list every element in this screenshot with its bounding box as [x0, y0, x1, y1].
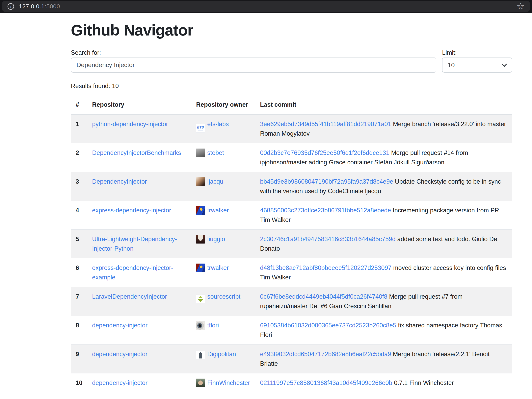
- owner-link[interactable]: trwalker: [207, 264, 229, 271]
- commit-cell: 468856003c273dffce23b86791fbbe512a8ebede…: [255, 201, 512, 229]
- commit-message: 0.7.1 Finn Winchester: [394, 379, 454, 386]
- page: Github Navigator Search for: Limit: 10 R…: [0, 21, 532, 393]
- commit-hash-link[interactable]: 3ee629eb5d7349d55f41b119aff81dd219071a01: [260, 121, 391, 128]
- row-number: 6: [71, 258, 87, 287]
- commit-cell: bb45d9e3b98608047190bf72a95fa9a37d8c4e9e…: [255, 172, 512, 201]
- search-label: Search for:: [71, 48, 436, 57]
- info-icon[interactable]: i: [7, 3, 14, 10]
- limit-label: Limit:: [442, 48, 512, 57]
- owner-avatar: [196, 235, 205, 244]
- row-number: 2: [71, 143, 87, 172]
- repo-link[interactable]: express-dependency-injector: [92, 207, 171, 214]
- owner-cell: trwalker: [191, 258, 255, 287]
- table-row: 7 LaravelDependencyInjector sourcescript…: [71, 287, 512, 316]
- owner-link[interactable]: ljacqu: [207, 178, 223, 185]
- repo-cell: dependency-injector: [87, 316, 191, 344]
- owner-link[interactable]: tflori: [207, 322, 219, 329]
- url-text: 127.0.0.1:5000: [19, 3, 60, 10]
- commit-hash-link[interactable]: 0c67f6be8eddcd4449eb4044f5df0ca26f4740f8: [260, 293, 387, 300]
- address-bar[interactable]: i 127.0.0.1:5000 ☆: [2, 0, 530, 12]
- commit-hash-link[interactable]: e493f9032dfcd65047172b682e8b6eaf22c5bda9: [260, 351, 391, 357]
- commit-hash-link[interactable]: 2c30746c1a91b4947583416c833b1644a85c759d: [260, 236, 396, 243]
- row-number: 5: [71, 229, 87, 258]
- commit-hash-link[interactable]: 00d2b3c7e76935d76f25ee50f6d1f2ef6ddce131: [260, 149, 389, 156]
- repo-cell: python-dependency-injector: [87, 114, 191, 143]
- table-row: 9 dependency-injector Digipolitan e493f9…: [71, 344, 512, 373]
- url-port: :5000: [45, 3, 60, 10]
- owner-cell: Digipolitan: [191, 344, 255, 373]
- col-header-number: #: [71, 95, 87, 114]
- commit-hash-link[interactable]: 468856003c273dffce23b86791fbbe512a8ebede: [260, 207, 391, 214]
- owner-cell: liuggio: [191, 229, 255, 258]
- search-form: Search for: Limit: 10: [71, 48, 512, 73]
- repo-link[interactable]: dependency-injector: [92, 351, 147, 357]
- url-host: 127.0.0.1: [19, 3, 45, 10]
- table-row: 5 Ultra-Lightweight-Dependency-Injector-…: [71, 229, 512, 258]
- table-row: 1 python-dependency-injector ETSets-labs…: [71, 114, 512, 143]
- repo-link[interactable]: python-dependency-injector: [92, 121, 168, 128]
- owner-cell: ETSets-labs: [191, 114, 255, 143]
- page-title: Github Navigator: [71, 21, 512, 40]
- row-number: 4: [71, 201, 87, 229]
- repo-cell: DependencyInjectorBenchmarks: [87, 143, 191, 172]
- owner-cell: FinnWinchester: [191, 373, 255, 393]
- star-icon[interactable]: ☆: [517, 2, 525, 11]
- owner-avatar: [196, 321, 205, 330]
- owner-avatar: ETS: [196, 124, 205, 132]
- repo-link[interactable]: LaravelDependencyInjector: [92, 293, 167, 300]
- owner-link[interactable]: stebet: [207, 149, 224, 156]
- owner-link[interactable]: trwalker: [207, 207, 229, 214]
- table-row: 3 DependencyInjector ljacqu bb45d9e3b986…: [71, 172, 512, 201]
- repo-cell: dependency-injector: [87, 373, 191, 393]
- owner-avatar: [196, 379, 205, 387]
- repo-link[interactable]: DependencyInjectorBenchmarks: [92, 149, 181, 156]
- row-number: 8: [71, 316, 87, 344]
- repo-link[interactable]: dependency-injector: [92, 379, 147, 386]
- commit-cell: 0c67f6be8eddcd4449eb4044f5df0ca26f4740f8…: [255, 287, 512, 316]
- owner-avatar: [196, 295, 205, 303]
- owner-avatar: [196, 351, 205, 360]
- commit-hash-link[interactable]: bb45d9e3b98608047190bf72a95fa9a37d8c4e9e: [260, 178, 393, 185]
- repo-cell: express-dependency-injector: [87, 201, 191, 229]
- owner-cell: tflori: [191, 316, 255, 344]
- limit-select[interactable]: 10: [442, 57, 512, 73]
- table-row: 6 express-dependency-injector-example tr…: [71, 258, 512, 287]
- commit-cell: 02111997e57c85801368f43a10d45f409e266e0b…: [255, 373, 512, 393]
- owner-link[interactable]: liuggio: [207, 236, 225, 243]
- repo-cell: dependency-injector: [87, 344, 191, 373]
- browser-chrome: i 127.0.0.1:5000 ☆: [0, 0, 532, 13]
- commit-hash-link[interactable]: 69105384b61032d000365ee737cd2523b260c8e5: [260, 322, 396, 329]
- owner-avatar: [196, 264, 205, 272]
- owner-cell: trwalker: [191, 201, 255, 229]
- row-number: 1: [71, 114, 87, 143]
- repo-cell: LaravelDependencyInjector: [87, 287, 191, 316]
- owner-cell: sourcescript: [191, 287, 255, 316]
- limit-field-group: Limit: 10: [442, 48, 512, 73]
- repo-link[interactable]: DependencyInjector: [92, 178, 147, 185]
- table-header-row: # Repository Repository owner Last commi…: [71, 95, 512, 114]
- repo-link[interactable]: Ultra-Lightweight-Dependency-Injector-Py…: [92, 236, 177, 252]
- repo-cell: Ultra-Lightweight-Dependency-Injector-Py…: [87, 229, 191, 258]
- owner-link[interactable]: FinnWinchester: [207, 379, 250, 386]
- owner-link[interactable]: Digipolitan: [207, 351, 236, 357]
- col-header-last-commit: Last commit: [255, 95, 512, 114]
- content: Github Navigator Search for: Limit: 10 R…: [71, 21, 512, 393]
- col-header-repository: Repository: [87, 95, 191, 114]
- search-field-group: Search for:: [71, 48, 436, 73]
- repo-cell: DependencyInjector: [87, 172, 191, 201]
- table-row: 10 dependency-injector FinnWinchester 02…: [71, 373, 512, 393]
- owner-link[interactable]: ets-labs: [207, 121, 229, 128]
- owner-link[interactable]: sourcescript: [207, 293, 241, 300]
- table-row: 2 DependencyInjectorBenchmarks stebet 00…: [71, 143, 512, 172]
- row-number: 7: [71, 287, 87, 316]
- table-row: 8 dependency-injector tflori 69105384b61…: [71, 316, 512, 344]
- col-header-owner: Repository owner: [191, 95, 255, 114]
- search-input[interactable]: [71, 57, 436, 73]
- commit-hash-link[interactable]: 02111997e57c85801368f43a10d45f409e266e0b: [260, 379, 392, 386]
- repo-link[interactable]: dependency-injector: [92, 322, 147, 329]
- repo-link[interactable]: express-dependency-injector-example: [92, 264, 173, 281]
- commit-cell: d48f13be8ac712abf80bbeeee5f120227d253097…: [255, 258, 512, 287]
- results-summary: Results found: 10: [71, 81, 512, 91]
- commit-cell: 69105384b61032d000365ee737cd2523b260c8e5…: [255, 316, 512, 344]
- commit-hash-link[interactable]: d48f13be8ac712abf80bbeeee5f120227d253097: [260, 264, 392, 271]
